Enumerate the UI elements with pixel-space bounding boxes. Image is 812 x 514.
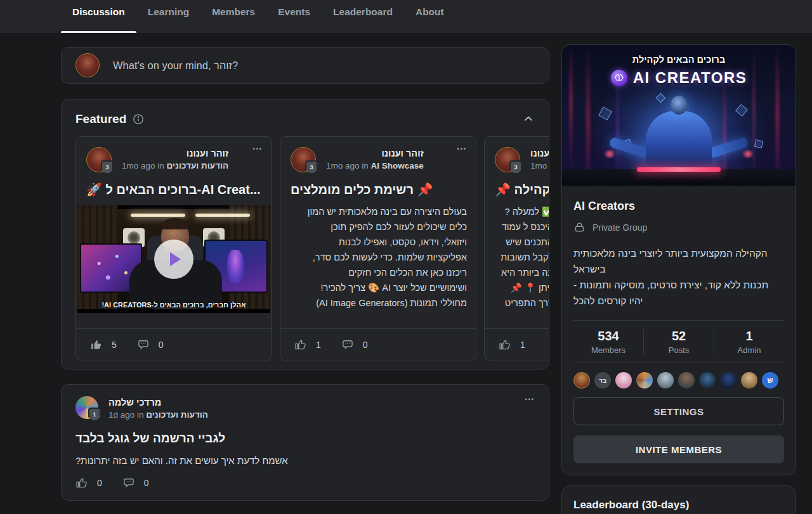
tab-leaderboard[interactable]: Leaderboard [322,0,404,33]
floating-cube [656,93,666,103]
banner-brand-row: AI CREATORS [562,69,796,87]
group-stats: 534 Members 52 Posts 1 Admin [573,321,784,363]
excerpt-line: בה ביותר היא [495,265,549,280]
post-menu-icon[interactable]: ••• [525,396,535,402]
member-avatar[interactable] [636,372,653,389]
post-body: אשמח לדעת איך עושים את זה. והאם יש בזה י… [75,455,535,466]
stat-label: Posts [644,345,714,355]
light-bar [195,214,250,217]
neon-streak [617,45,619,186]
level-badge: 3 [305,160,318,174]
excerpt-line: ושימושיים שכל יוצר AI 🎨 צריך להכיר! [289,280,467,295]
engagement-row: 1 [485,328,549,361]
tab-events[interactable]: Events [266,0,322,33]
post-menu-icon[interactable]: ••• [457,146,467,152]
group-name: AI Creators [573,200,784,213]
member-avatar[interactable] [573,372,590,389]
member-avatars-row: בד ש [573,372,784,389]
privacy-row: Private Group [573,221,784,233]
description-paragraph: תכנות ללא קוד, יצירת סרטים, מוסיקה ותמונ… [573,277,784,309]
post-author[interactable]: זוהר וענונו [326,147,424,160]
post-title[interactable]: לגביי הרשמה של גוגל בלבד [75,432,535,446]
member-avatar[interactable] [699,372,716,389]
post-menu-icon[interactable]: ••• [253,146,263,152]
post-author[interactable]: זוהר וענונו [122,147,228,160]
stat-value: 52 [644,329,714,344]
divider [573,363,784,363]
tab-discussion[interactable]: Discussion [61,0,136,33]
group-description: הקהילה המקצועית ביותר ליוצרי בינה מלאכות… [573,245,784,309]
member-avatar[interactable] [615,372,632,389]
post-category[interactable]: הודעות ועדכונים [146,410,208,420]
post-title[interactable]: 📌 חוקי הקהילה [495,182,549,197]
comment-icon[interactable] [137,338,150,351]
comment-icon[interactable] [341,338,354,351]
collapse-chevron-up-icon[interactable] [522,113,535,125]
like-icon[interactable] [75,477,88,489]
excerpt-line: מחוללי תמונות (AI Image Generators) [289,295,467,311]
featured-title: Featured [75,112,126,126]
engagement-row: 0 0 [75,477,535,489]
post-composer[interactable]: What's on your mind, זוהר? [61,47,549,84]
video-caption: אהלן חברים, ברוכים הבאים ל-AI CREATORS! [77,301,270,309]
post-meta: 1mo ago in הודעות ועדכונים [530,160,549,172]
member-avatar[interactable] [657,372,674,389]
floating-cube [735,104,748,117]
avatar[interactable]: 3 [495,147,520,172]
featured-header: Featured [62,100,549,126]
engagement-row: 5 0 [76,328,272,361]
lock-icon [573,221,586,233]
featured-carousel: 3 זוהר וענונו 1mo ago in הודעות ועדכונים… [75,136,549,361]
brain-logo-icon [611,70,627,86]
comment-count: 0 [159,340,164,350]
info-icon[interactable] [133,113,144,125]
avatar[interactable]: 1 [75,396,98,419]
hand-glow [741,150,755,158]
tab-members[interactable]: Members [200,0,266,33]
floating-cube [754,139,763,148]
group-sidebar: ברוכים הבאים לקהילת AI CREATORS AI Creat… [561,44,796,514]
play-button-icon[interactable] [154,240,193,279]
member-avatar[interactable]: ש [762,372,778,389]
post-author[interactable]: זוהר וענונו [530,147,549,160]
post-author[interactable]: מרדכי שלמה [108,396,208,409]
light-bar [131,214,185,217]
stat-admins[interactable]: 1 Admin [714,329,784,355]
level-badge: 3 [509,160,522,174]
featured-section: Featured 3 זוהר וענונו 1mo ago [61,99,549,369]
tab-about[interactable]: About [404,0,455,33]
like-icon[interactable] [499,338,511,351]
invite-members-button[interactable]: INVITE MEMBERS [573,435,784,463]
comment-icon[interactable] [122,477,135,489]
current-user-avatar [75,53,100,77]
post-age: 1mo ago in [530,161,549,170]
post-category[interactable]: AI Showcase [371,161,424,170]
avatar[interactable]: 3 [291,147,316,172]
excerpt-line: ✅ למעלה ? [495,204,549,219]
avatar[interactable]: 3 [86,147,112,172]
member-avatar[interactable] [678,372,695,389]
banner-brand-text: AI CREATORS [633,69,747,87]
stat-members[interactable]: 534 Members [573,329,643,355]
description-paragraph: הקהילה המקצועית ביותר ליוצרי בינה מלאכות… [573,245,784,277]
stat-value: 534 [573,329,643,344]
feed-post[interactable]: 1 מרדכי שלמה 1d ago in הודעות ועדכונים •… [61,384,549,501]
member-avatar[interactable] [720,372,737,389]
like-icon[interactable] [294,338,307,351]
tab-learning[interactable]: Learning [136,0,200,33]
post-category[interactable]: הודעות ועדכונים [167,161,229,170]
featured-card-tools[interactable]: 3 זוהר וענונו 1mo ago in AI Showcase •••… [280,136,476,361]
featured-card-rules[interactable]: 3 זוהר וענונו 1mo ago in הודעות ועדכונים… [484,136,549,361]
settings-button[interactable]: SETTINGS [573,397,784,425]
stat-value: 1 [714,329,784,344]
member-avatar[interactable]: בד [594,372,611,389]
letterbox-bar [77,309,270,313]
stat-posts[interactable]: 52 Posts [643,329,714,355]
post-title[interactable]: 📌 רשימת כלים מומלצים [291,182,466,197]
video-thumbnail[interactable]: אהלן חברים, ברוכים הבאים ל-AI CREATORS! [77,205,270,313]
post-title[interactable]: 🚀 ברוכים הבאים ל-AI Creat... [86,182,261,197]
featured-card-welcome[interactable]: 3 זוהר וענונו 1mo ago in הודעות ועדכונים… [75,136,272,361]
like-icon[interactable] [90,338,103,351]
member-avatar[interactable] [741,372,757,389]
stat-label: Members [573,345,643,355]
